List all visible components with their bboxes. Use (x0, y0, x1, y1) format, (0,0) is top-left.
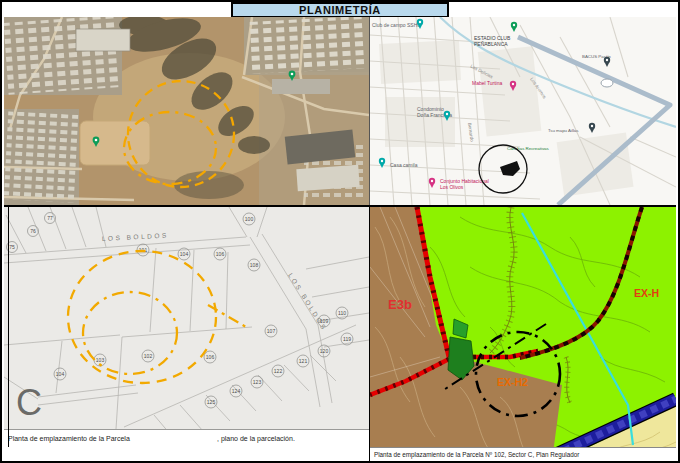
zoning-plan-caption: Planta de emplazamiento de la Parcela Nº… (370, 447, 676, 461)
parcel-number: 108 (250, 262, 259, 268)
parcel-number: 110 (338, 310, 346, 316)
dirt-field (80, 121, 150, 165)
parcel-number: 119 (343, 336, 351, 342)
inner-border-line (8, 205, 9, 447)
caption-text: , plano de la parcelación. (217, 435, 295, 442)
route-shield-icon (601, 79, 613, 87)
parcel-number: 75 (9, 244, 15, 250)
parcel-number: 107 (267, 328, 276, 334)
planimetria-sheet: PLANIMETRÍA (0, 0, 680, 463)
parcel-number: 120 (320, 348, 329, 354)
parcel-plan-caption: Planta de emplazamiento de la Parcela , … (4, 429, 369, 448)
caption-text: Planta de emplazamiento de la Parcela (8, 435, 130, 442)
street-map: Las Delicias Los Aromos Bernardo Club de… (370, 17, 676, 205)
page-title: PLANIMETRÍA (231, 2, 449, 18)
page-title-label: PLANIMETRÍA (299, 4, 381, 16)
zone-label-exh2: EX-H2 (497, 376, 528, 388)
street-map-panel: Las Delicias Los Aromos Bernardo Club de… (369, 17, 676, 205)
caption-text: Planta de emplazamiento de la Parcela Nº… (374, 451, 579, 458)
parcel-number: 104 (180, 251, 189, 257)
poi-label: Mabel Turtina (472, 80, 503, 86)
cul-de-sac-letter: C (16, 382, 42, 423)
poi-label: Club de campo SSHC (372, 22, 421, 28)
satellite-photo (4, 17, 369, 205)
parcel-number: 125 (207, 399, 216, 405)
parcel-number: 124 (232, 388, 241, 394)
parcel-number: 102 (144, 353, 153, 359)
zoning-plan: E3b EX-H EX-H2 (370, 207, 676, 461)
satellite-photo-panel (4, 17, 369, 205)
parcel-number: 77 (47, 215, 53, 221)
parcel-number: 106 (206, 354, 215, 360)
zone-label-e3b: E3b (388, 297, 412, 312)
poi-label: Tsu mapu Aillas (548, 128, 579, 133)
parcel-plan: C LOS BOLDOS LOS BOLDOS 75 76 77 100 101… (4, 207, 369, 429)
parcel-number: 100 (245, 216, 254, 222)
poi-label: PEÑABLANCA (474, 41, 508, 47)
parcel-plan-panel: C LOS BOLDOS LOS BOLDOS 75 76 77 100 101… (4, 205, 369, 447)
parcel-number: 103 (96, 357, 105, 363)
parcel-number: 122 (274, 368, 283, 374)
parcel-number: 123 (253, 379, 262, 385)
parcel-number: 109 (320, 318, 329, 324)
poi-label: Casa camila (390, 162, 418, 168)
poi-label: Los Olivos (440, 184, 464, 190)
zoning-plan-panel: E3b EX-H EX-H2 Planta de emplazamiento d… (369, 205, 676, 461)
parcel-number: 104 (56, 371, 65, 377)
parcel-number: 76 (30, 228, 36, 234)
zone-label-exh: EX-H (634, 287, 659, 299)
parcel-number: 121 (299, 358, 308, 364)
parcel-number: 106 (216, 251, 225, 257)
